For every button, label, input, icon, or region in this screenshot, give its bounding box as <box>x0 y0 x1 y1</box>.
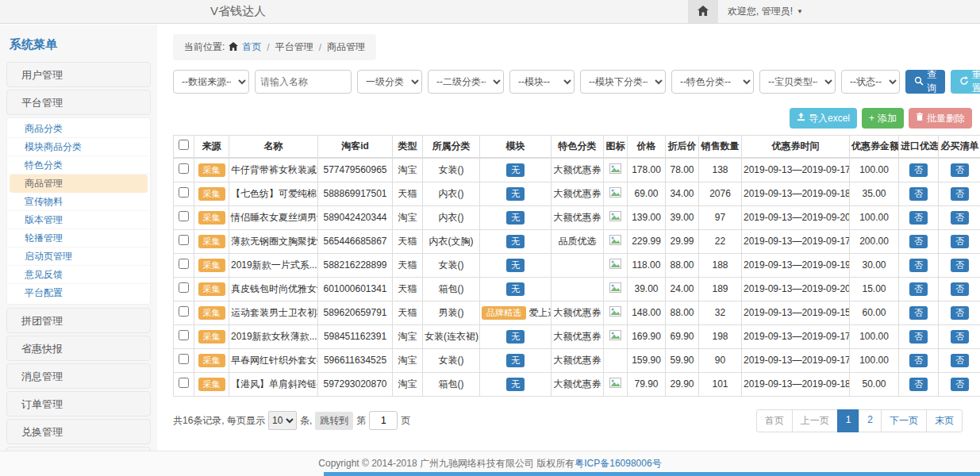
name-search-input[interactable] <box>255 70 352 94</box>
sidebar-group-2[interactable]: 拼团管理 <box>6 308 151 333</box>
pager-button-4[interactable]: 下一页 <box>881 409 927 432</box>
home-button[interactable] <box>688 0 718 23</box>
module-badge: 无 <box>506 235 525 248</box>
taoke-id: 588869917501 <box>318 182 393 205</box>
product-name: 早春网红针织外套女春... <box>229 348 318 372</box>
filter-select-7[interactable]: --状态-- <box>841 70 900 94</box>
discount-price: 24.00 <box>666 277 699 301</box>
plus-icon: + <box>869 113 874 124</box>
import-select-toggle[interactable]: 否 <box>909 163 928 177</box>
search-button[interactable]: 查询 <box>905 70 945 94</box>
row-checkbox[interactable] <box>179 282 189 293</box>
sidebar-item-2[interactable]: 特色分类 <box>7 156 150 175</box>
must-buy-toggle[interactable]: 否 <box>951 330 969 344</box>
sidebar-group-0[interactable]: 用户管理 <box>6 62 151 87</box>
filter-select-6[interactable]: --宝贝类型-- <box>759 70 836 94</box>
breadcrumb-home-link[interactable]: 首页 <box>242 40 261 54</box>
import-select-toggle[interactable]: 否 <box>909 259 928 272</box>
column-header: 进口优选 <box>899 136 939 158</box>
feature-category: 大额优惠券 <box>551 205 604 229</box>
product-name: 真皮钱包时尚优雅女士... <box>229 277 318 301</box>
must-buy-toggle[interactable]: 否 <box>951 306 969 320</box>
column-header: 必买清单 <box>939 136 980 158</box>
import-select-toggle[interactable]: 否 <box>909 378 928 391</box>
sidebar-item-1[interactable]: 模块商品分类 <box>7 138 150 156</box>
table-row: 采集运动套装男士卫衣初秋...589620659791天猫男装()品牌精选 爱上… <box>174 301 980 324</box>
must-buy-toggle[interactable]: 否 <box>951 235 969 248</box>
row-checkbox[interactable] <box>179 354 189 364</box>
user-menu[interactable]: 欢迎您, 管理员! ▼ <box>718 5 980 18</box>
coupon-amount: 35.00 <box>850 182 899 205</box>
price: 178.00 <box>628 158 666 182</box>
filter-select-1[interactable]: 一级分类 <box>357 70 422 94</box>
filter-select-4[interactable]: --模块下分类-- <box>580 70 666 94</box>
import-select-toggle[interactable]: 否 <box>909 354 928 367</box>
row-checkbox[interactable] <box>179 306 189 317</box>
filter-select-0[interactable]: --数据来源-- <box>173 70 249 94</box>
sidebar-item-0[interactable]: 商品分类 <box>7 120 150 138</box>
sidebar-group-6[interactable]: 兑换管理 <box>6 419 151 444</box>
row-checkbox[interactable] <box>179 378 189 388</box>
page-size-select[interactable]: 10 <box>268 411 297 430</box>
sidebar-group-3[interactable]: 省惠快报 <box>6 336 151 361</box>
source-badge: 采集 <box>198 282 225 296</box>
icp-link[interactable]: 粤ICP备16098006号 <box>575 457 661 470</box>
filter-select-2[interactable]: --二级分类-- <box>428 70 504 94</box>
must-buy-toggle[interactable]: 否 <box>951 187 969 201</box>
product-type: 天猫 <box>393 229 423 253</box>
sidebar-group-5[interactable]: 订单管理 <box>6 391 151 416</box>
sidebar-item-6[interactable]: 轮播管理 <box>7 229 150 248</box>
pager-button-2[interactable]: 1 <box>837 409 860 432</box>
app-title: V省钱达人 <box>210 4 266 19</box>
batch-delete-button[interactable]: 批量删除 <box>909 108 972 129</box>
must-buy-toggle[interactable]: 否 <box>951 354 969 367</box>
must-buy-toggle[interactable]: 否 <box>951 259 969 272</box>
import-select-toggle[interactable]: 否 <box>909 306 928 320</box>
import-select-toggle[interactable]: 否 <box>909 330 928 344</box>
import-select-toggle[interactable]: 否 <box>909 187 928 201</box>
sidebar-group-4[interactable]: 消息管理 <box>6 363 151 389</box>
add-button[interactable]: + 添加 <box>862 108 904 129</box>
sidebar-item-3[interactable]: 商品管理 <box>10 175 148 193</box>
filter-select-3[interactable]: --模块-- <box>509 70 575 94</box>
upload-icon <box>797 113 805 124</box>
row-checkbox[interactable] <box>179 187 189 198</box>
sidebar-item-5[interactable]: 版本管理 <box>7 211 150 229</box>
horizontal-scrollbar[interactable] <box>324 472 980 476</box>
jump-button[interactable]: 跳转到 <box>315 412 353 430</box>
row-checkbox[interactable] <box>179 259 189 269</box>
import-select-toggle[interactable]: 否 <box>909 282 928 296</box>
pager-button-5[interactable]: 末页 <box>926 409 963 432</box>
sidebar-item-7[interactable]: 启动页管理 <box>7 248 150 266</box>
sidebar-group-1[interactable]: 平台管理 <box>6 90 151 115</box>
column-header: 图标 <box>604 136 628 158</box>
sidebar-item-9[interactable]: 平台配置 <box>7 284 150 302</box>
filter-select-5[interactable]: --特色分类-- <box>671 70 754 94</box>
select-all-checkbox[interactable] <box>179 140 189 150</box>
must-buy-toggle[interactable]: 否 <box>951 282 969 296</box>
import-excel-button[interactable]: 导入excel <box>790 108 857 129</box>
row-checkbox[interactable] <box>179 330 189 340</box>
import-select-toggle[interactable]: 否 <box>909 211 928 225</box>
product-thumbnail-icon <box>609 211 621 224</box>
reset-button[interactable]: 重置 <box>951 70 980 94</box>
table-row: 采集牛仔背带裤女秋装减龄...577479560965淘宝女装()无大额优惠券1… <box>174 158 980 182</box>
row-checkbox[interactable] <box>179 235 189 245</box>
discount-price: 34.00 <box>666 182 699 205</box>
must-buy-toggle[interactable]: 否 <box>951 378 969 391</box>
pager-button-3[interactable]: 2 <box>859 409 882 432</box>
jump-page-input[interactable] <box>369 411 398 430</box>
product-name: 运动套装男士卫衣初秋... <box>229 301 318 324</box>
import-select-toggle[interactable]: 否 <box>909 235 928 248</box>
feature-category: 大额优惠券 <box>551 301 604 324</box>
sidebar-item-4[interactable]: 宣传物料 <box>7 193 150 211</box>
feature-category: 大额优惠券 <box>551 158 604 182</box>
source-badge: 采集 <box>198 235 225 248</box>
row-checkbox[interactable] <box>179 163 189 174</box>
records-summary-mid: 条, <box>300 414 312 428</box>
must-buy-toggle[interactable]: 否 <box>951 163 969 177</box>
must-buy-toggle[interactable]: 否 <box>951 211 969 225</box>
row-checkbox[interactable] <box>179 211 189 221</box>
sidebar-item-8[interactable]: 意见反馈 <box>7 266 150 284</box>
reset-button-label: 重置 <box>972 68 980 95</box>
